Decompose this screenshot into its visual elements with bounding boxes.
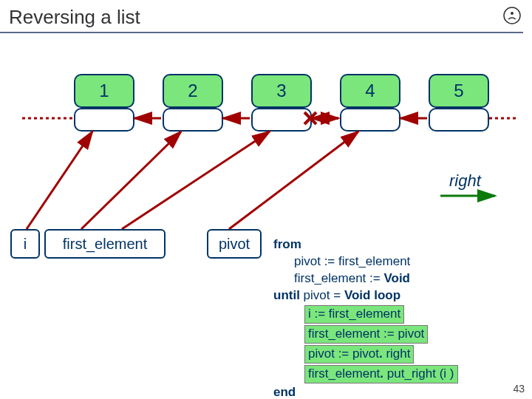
code-line-2: pivot := first_element — [294, 254, 410, 268]
code-line-3a: first_element := — [294, 271, 383, 285]
slide-number: 43 — [513, 383, 525, 395]
code-block: from pivot := first_element first_elemen… — [273, 236, 525, 399]
logo-icon — [502, 6, 522, 25]
kw-loop: loop — [370, 288, 400, 302]
code-line-4c: Void — [344, 288, 371, 302]
svg-line-12 — [81, 132, 181, 229]
diagram-stage: 1 2 3 4 5 — [0, 44, 532, 384]
svg-point-0 — [504, 7, 520, 24]
var-i-box: i — [10, 229, 40, 259]
right-label: right — [449, 171, 481, 191]
code-hl-7: pivot := pivot. right — [304, 345, 414, 364]
code-hl-5: i := first_element — [304, 305, 404, 324]
kw-end: end — [273, 385, 296, 399]
code-hl-6: first_element := pivot — [304, 325, 428, 344]
kw-from: from — [273, 237, 301, 251]
svg-line-11 — [27, 132, 92, 229]
code-hl-8: first_element. put_right (i ) — [304, 365, 458, 383]
var-pivot-box: pivot — [207, 229, 262, 259]
kw-until: until — [273, 288, 300, 302]
code-line-4b: pivot = — [300, 288, 344, 302]
var-first-element-box: first_element — [44, 229, 166, 259]
svg-point-1 — [511, 12, 514, 15]
title-underline — [0, 32, 523, 33]
slide-title: Reversing a list — [0, 0, 532, 32]
code-line-3b: Void — [383, 271, 410, 285]
